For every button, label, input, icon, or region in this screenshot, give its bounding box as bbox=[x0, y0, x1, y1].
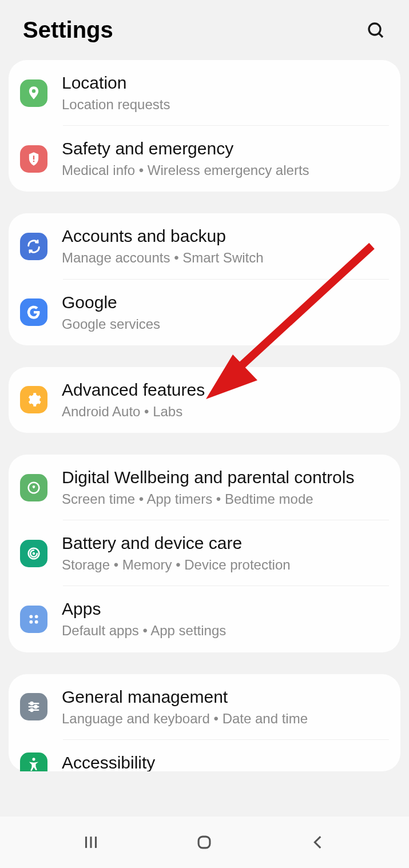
item-text: Google Google services bbox=[62, 292, 160, 333]
item-title: Accessibility bbox=[62, 752, 155, 771]
item-text: General management Language and keyboard… bbox=[62, 687, 308, 727]
item-title: Digital Wellbeing and parental controls bbox=[62, 467, 354, 488]
settings-item-accounts[interactable]: Accounts and backup Manage accounts • Sm… bbox=[9, 213, 400, 279]
item-title: Advanced features bbox=[62, 380, 205, 400]
svg-point-15 bbox=[34, 706, 37, 708]
svg-line-1 bbox=[379, 33, 383, 37]
item-title: Accounts and backup bbox=[62, 226, 264, 246]
header: Settings bbox=[0, 0, 409, 60]
wellbeing-icon bbox=[20, 474, 47, 501]
svg-point-0 bbox=[369, 23, 380, 35]
item-subtitle: Language and keyboard • Date and time bbox=[62, 710, 308, 727]
item-title: Location bbox=[62, 73, 170, 93]
item-text: Digital Wellbeing and parental controls … bbox=[62, 467, 354, 508]
svg-rect-2 bbox=[33, 156, 34, 160]
settings-group: General management Language and keyboard… bbox=[9, 674, 400, 771]
apps-icon bbox=[20, 606, 47, 633]
svg-point-6 bbox=[33, 552, 35, 555]
svg-rect-3 bbox=[33, 161, 34, 162]
settings-item-location[interactable]: Location Location requests bbox=[9, 60, 400, 126]
battery-icon bbox=[20, 540, 47, 567]
item-title: Safety and emergency bbox=[62, 138, 309, 159]
settings-list: Location Location requests Safety and em… bbox=[0, 60, 409, 814]
settings-item-wellbeing[interactable]: Digital Wellbeing and parental controls … bbox=[9, 455, 400, 520]
item-subtitle: Default apps • App settings bbox=[62, 622, 226, 639]
settings-item-apps[interactable]: Apps Default apps • App settings bbox=[9, 586, 400, 652]
settings-item-battery[interactable]: Battery and device care Storage • Memory… bbox=[9, 520, 400, 586]
svg-point-7 bbox=[29, 615, 33, 618]
advanced-icon bbox=[20, 386, 47, 413]
svg-point-14 bbox=[30, 702, 33, 704]
accessibility-icon bbox=[20, 752, 47, 771]
navigation-bar bbox=[0, 817, 409, 868]
item-text: Advanced features Android Auto • Labs bbox=[62, 380, 205, 420]
item-subtitle: Location requests bbox=[62, 95, 170, 113]
settings-item-general[interactable]: General management Language and keyboard… bbox=[9, 674, 400, 740]
item-subtitle: Google services bbox=[62, 315, 160, 333]
item-subtitle: Android Auto • Labs bbox=[62, 403, 205, 420]
item-title: Google bbox=[62, 292, 160, 313]
item-text: Apps Default apps • App settings bbox=[62, 599, 226, 639]
svg-point-8 bbox=[35, 615, 38, 618]
item-title: General management bbox=[62, 687, 308, 707]
settings-item-google[interactable]: Google Google services bbox=[9, 280, 400, 345]
item-text: Accounts and backup Manage accounts • Sm… bbox=[62, 226, 264, 266]
item-title: Battery and device care bbox=[62, 533, 291, 554]
settings-item-accessibility[interactable]: Accessibility bbox=[9, 740, 400, 771]
settings-item-safety[interactable]: Safety and emergency Medical info • Wire… bbox=[9, 126, 400, 192]
google-icon bbox=[20, 298, 47, 326]
svg-point-17 bbox=[32, 758, 35, 761]
settings-group: Accounts and backup Manage accounts • Sm… bbox=[9, 213, 400, 345]
home-button[interactable] bbox=[187, 833, 221, 852]
svg-rect-22 bbox=[199, 837, 211, 848]
search-icon[interactable] bbox=[366, 20, 386, 41]
item-text: Accessibility bbox=[62, 752, 155, 771]
svg-point-10 bbox=[35, 620, 38, 624]
settings-group: Digital Wellbeing and parental controls … bbox=[9, 455, 400, 652]
item-subtitle: Medical info • Wireless emergency alerts bbox=[62, 161, 309, 179]
settings-item-advanced[interactable]: Advanced features Android Auto • Labs bbox=[9, 367, 400, 433]
item-text: Location Location requests bbox=[62, 73, 170, 113]
item-text: Safety and emergency Medical info • Wire… bbox=[62, 138, 309, 179]
back-button[interactable] bbox=[301, 833, 335, 852]
accounts-icon bbox=[20, 233, 47, 260]
settings-group: Location Location requests Safety and em… bbox=[9, 60, 400, 192]
item-subtitle: Screen time • App timers • Bedtime mode bbox=[62, 490, 354, 508]
recents-button[interactable] bbox=[74, 833, 108, 852]
item-subtitle: Storage • Memory • Device protection bbox=[62, 556, 291, 574]
page-title: Settings bbox=[23, 17, 113, 43]
item-text: Battery and device care Storage • Memory… bbox=[62, 533, 291, 574]
settings-group: Advanced features Android Auto • Labs bbox=[9, 367, 400, 433]
location-icon bbox=[20, 79, 47, 107]
safety-icon bbox=[20, 145, 47, 173]
svg-point-9 bbox=[29, 620, 33, 624]
item-title: Apps bbox=[62, 599, 226, 619]
general-icon bbox=[20, 693, 47, 720]
svg-point-16 bbox=[30, 709, 33, 711]
item-subtitle: Manage accounts • Smart Switch bbox=[62, 249, 264, 266]
